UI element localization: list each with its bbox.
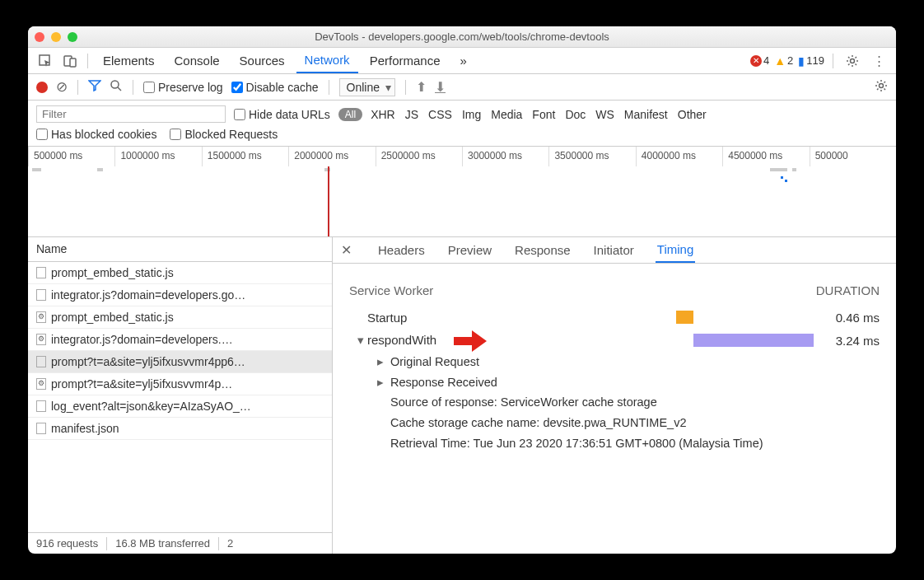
network-toolbar: ⊘ Preserve log Disable cache Online ⬆ ⬇: [28, 74, 896, 101]
upload-icon[interactable]: ⬆: [416, 79, 427, 95]
warning-count[interactable]: ▲ 2: [774, 54, 793, 68]
filter-doc[interactable]: Doc: [565, 108, 586, 121]
timeline-tick: 2000000 ms: [288, 147, 375, 166]
status-bar: 916 requests 16.8 MB transferred 2: [28, 532, 332, 554]
detail-tab-response[interactable]: Response: [513, 238, 572, 262]
request-row[interactable]: prompt_embed_static.js: [28, 306, 332, 329]
request-name: log_event?alt=json&key=AIzaSyAO_…: [51, 400, 251, 413]
disable-cache-checkbox[interactable]: Disable cache: [231, 81, 319, 94]
timeline-tick: 4500000 ms: [722, 147, 809, 166]
chevron-right-icon[interactable]: ▸: [377, 372, 387, 393]
filter-manifest[interactable]: Manifest: [624, 108, 668, 121]
timing-source: Source of response: ServiceWorker cache …: [377, 392, 880, 413]
filter-xhr[interactable]: XHR: [371, 108, 395, 121]
search-icon[interactable]: [110, 79, 123, 95]
detail-tab-timing[interactable]: Timing: [656, 237, 695, 263]
has-blocked-cookies-checkbox[interactable]: Has blocked cookies: [36, 128, 156, 141]
request-row[interactable]: prompt?t=a&site=ylj5ifxusvvmr4p…: [28, 373, 332, 395]
filter-js[interactable]: JS: [405, 108, 418, 121]
timing-duration: 3.24 ms: [814, 334, 880, 348]
request-row[interactable]: integrator.js?domain=developers.…: [28, 329, 332, 351]
timeline-tick: 2500000 ms: [376, 147, 462, 166]
document-icon: [36, 400, 46, 412]
request-row[interactable]: prompt?t=a&site=ylj5ifxusvvmr4pp6…: [28, 351, 332, 373]
detail-tab-initiator[interactable]: Initiator: [592, 238, 636, 262]
request-row[interactable]: prompt_embed_static.js: [28, 262, 332, 284]
network-settings-icon[interactable]: [875, 79, 888, 95]
status-requests: 916 requests: [36, 537, 98, 550]
timing-duration-header: DURATION: [816, 283, 880, 297]
more-menu-icon[interactable]: ⋮: [868, 50, 889, 72]
timeline-tick: 3000000 ms: [462, 147, 548, 166]
timeline-tick: 4000000 ms: [636, 147, 722, 166]
request-row[interactable]: log_event?alt=json&key=AIzaSyAO_…: [28, 395, 332, 418]
inspect-element-icon[interactable]: [35, 50, 56, 72]
detail-tab-preview[interactable]: Preview: [446, 238, 493, 262]
blocked-requests-checkbox[interactable]: Blocked Requests: [170, 128, 278, 141]
filter-all[interactable]: All: [338, 108, 362, 121]
gear-document-icon: [36, 378, 46, 390]
chevron-down-icon[interactable]: ▾: [357, 333, 367, 348]
tab-network[interactable]: Network: [296, 48, 358, 73]
filter-input[interactable]: [36, 105, 226, 123]
filter-other[interactable]: Other: [678, 108, 707, 121]
close-window-button[interactable]: [35, 32, 44, 42]
timing-panel: Service Worker DURATION Startup0.46 ms▾r…: [333, 264, 896, 554]
timing-row: Startup0.46 ms: [349, 306, 880, 329]
chevron-right-icon[interactable]: ▸: [377, 352, 387, 372]
tab-performance[interactable]: Performance: [362, 49, 449, 72]
request-name: integrator.js?domain=developers.…: [51, 333, 233, 346]
warning-icon: ▲: [774, 54, 786, 68]
filter-media[interactable]: Media: [491, 108, 522, 121]
maximize-window-button[interactable]: [68, 32, 77, 42]
request-name: manifest.json: [51, 422, 119, 435]
tab-sources[interactable]: Sources: [231, 49, 293, 72]
detail-pane: ✕ Headers Preview Response Initiator Tim…: [333, 237, 896, 554]
hide-data-urls-checkbox[interactable]: Hide data URLs: [234, 108, 330, 121]
timing-row-label: Startup: [367, 311, 407, 325]
svg-rect-2: [70, 58, 76, 67]
status-extra: 2: [227, 537, 233, 550]
preserve-log-checkbox[interactable]: Preserve log: [143, 81, 223, 94]
timing-cache-name: Cache storage cache name: devsite.pwa_RU…: [377, 413, 880, 433]
download-icon[interactable]: ⬇: [435, 79, 446, 95]
svg-point-6: [880, 84, 884, 88]
timeline-tick: 1500000 ms: [202, 147, 288, 166]
main-tabs-row: Elements Console Sources Network Perform…: [28, 48, 896, 74]
filter-types: XHR JS CSS Img Media Font Doc WS Manifes…: [371, 108, 707, 121]
error-icon: ✕: [750, 55, 762, 67]
timing-duration: 0.46 ms: [814, 311, 880, 325]
message-count[interactable]: ▮ 119: [798, 54, 824, 68]
detail-tab-headers[interactable]: Headers: [376, 238, 427, 262]
minimize-window-button[interactable]: [51, 32, 61, 42]
filter-icon[interactable]: [88, 79, 101, 95]
filter-font[interactable]: Font: [532, 108, 555, 121]
tab-more[interactable]: »: [452, 49, 475, 72]
traffic-lights: [35, 32, 77, 42]
split-pane: Name prompt_embed_static.jsintegrator.js…: [28, 237, 896, 554]
toggle-device-icon[interactable]: [59, 50, 81, 72]
timeline-tick: 500000: [810, 147, 896, 166]
timing-original-request: Original Request: [390, 352, 479, 372]
record-button[interactable]: [36, 82, 48, 93]
network-timeline[interactable]: 500000 ms1000000 ms1500000 ms2000000 ms2…: [28, 147, 896, 237]
filter-img[interactable]: Img: [462, 108, 481, 121]
timing-response-received: Response Received: [390, 372, 497, 393]
request-row[interactable]: manifest.json: [28, 418, 332, 440]
filter-css[interactable]: CSS: [428, 108, 452, 121]
filter-ws[interactable]: WS: [595, 108, 614, 121]
tab-elements[interactable]: Elements: [95, 49, 163, 72]
settings-icon[interactable]: [842, 50, 863, 72]
svg-point-3: [851, 58, 855, 63]
timeline-tick: 500000 ms: [28, 147, 114, 166]
close-detail-button[interactable]: ✕: [341, 242, 352, 258]
svg-point-4: [111, 81, 119, 88]
throttling-select[interactable]: Online: [339, 78, 395, 96]
tab-console[interactable]: Console: [166, 49, 228, 72]
gear-document-icon: [36, 311, 46, 323]
clear-icon[interactable]: ⊘: [56, 78, 68, 96]
error-count[interactable]: ✕ 4: [750, 54, 769, 67]
gear-document-icon: [36, 334, 46, 345]
request-list: prompt_embed_static.jsintegrator.js?doma…: [28, 262, 332, 532]
request-row[interactable]: integrator.js?domain=developers.go…: [28, 284, 332, 306]
